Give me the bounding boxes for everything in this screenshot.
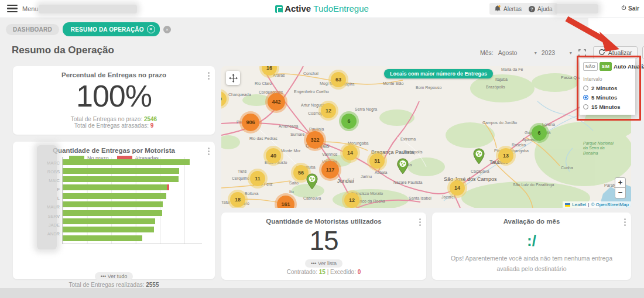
map-cluster-marker[interactable]: 40 (266, 148, 281, 163)
auto-refresh-toggle-yes[interactable]: SIM (600, 62, 612, 71)
refresh-icon (598, 49, 605, 57)
map-pin-marker[interactable] (473, 148, 485, 167)
map-town-label: Araras (273, 73, 285, 77)
map-town-label: Valinhos (322, 152, 337, 156)
driver-bar-row (63, 193, 202, 199)
rating-emoticon: :/ (432, 232, 631, 250)
drivers-used-value: 15 (221, 225, 426, 256)
kebab-menu-icon[interactable] (624, 218, 626, 226)
bell-icon (494, 5, 501, 13)
help-label: Ajuda (537, 6, 553, 12)
bar-late (167, 184, 169, 190)
leaflet-link[interactable]: Leaflet (572, 202, 586, 207)
fullscreen-icon (578, 49, 586, 57)
card-deliveries-per-driver: Quantidade de Entregas por Motorista No … (13, 142, 215, 279)
map-banner: Locais com maior número de Entregas (384, 69, 493, 78)
map-cluster-marker[interactable]: 322 (306, 131, 324, 149)
map-cluster-marker[interactable]: 31 (369, 153, 385, 169)
tab-resumo-label: RESUMO DA OPERAÇÃO (71, 26, 144, 33)
month-select[interactable]: Agosto▾ (498, 49, 537, 56)
driver-bar-row (63, 235, 202, 241)
map-zoom-control: + − (615, 177, 626, 198)
map-cluster-marker[interactable]: 442 (268, 93, 285, 111)
tab-close-extra-button[interactable]: × (163, 26, 171, 33)
kebab-menu-icon[interactable] (208, 148, 210, 155)
tab-close-icon[interactable]: × (147, 25, 155, 33)
refresh-button[interactable]: Atualizar (593, 46, 638, 59)
map-attribution: Leaflet | © OpenStreetMap (563, 201, 631, 208)
interval-option-2-minutos[interactable]: 2 Minutos (583, 85, 632, 91)
interval-option-5-minutos[interactable]: 5 Minutos (583, 94, 632, 101)
radio-icon[interactable] (583, 85, 588, 91)
logo-text-active: Active (285, 4, 311, 13)
map-town-label: Morungaba (348, 141, 368, 145)
map-town-label: Cabreúva (303, 196, 321, 200)
radio-icon[interactable] (583, 104, 588, 109)
driver-bar-row (63, 184, 202, 190)
auto-refresh-title: Auto Atualizar (614, 63, 644, 70)
late-total-label: Total de Entregas atrasadas: (74, 122, 149, 129)
alerts-button[interactable]: Alertas (489, 3, 526, 15)
tab-resumo-da-operacao[interactable]: RESUMO DA OPERAÇÃO × (63, 22, 160, 36)
map-pin-marker[interactable] (397, 158, 409, 177)
map-cluster-marker[interactable]: 18 (230, 192, 245, 207)
help-button[interactable]: ? Ajuda (524, 3, 557, 15)
exceeded-value: 0 (358, 269, 361, 275)
map-cluster-marker[interactable]: 11 (250, 171, 265, 186)
map-cluster-marker[interactable]: 906 (242, 114, 259, 131)
auto-refresh-toggle-no[interactable]: NÃO (583, 62, 598, 71)
map-cluster-marker[interactable]: 12 (321, 103, 336, 118)
logo-text-product: TudoEntregue (313, 4, 369, 13)
map-town-label: Cerquilho (232, 176, 249, 180)
map-canvas[interactable]: Parque Nacional da Serra da Bocaina Loca… (221, 66, 631, 208)
tab-dashboard[interactable]: DASHBOARD (6, 24, 59, 35)
map-cluster-marker[interactable]: 117 (321, 161, 339, 179)
map-cluster-marker[interactable]: 63 (331, 72, 346, 87)
card-drivers-used: Quantidade de Motoristas utilizados 15 •… (221, 213, 426, 280)
zoom-in-button[interactable]: + (615, 177, 626, 188)
zoom-out-button[interactable]: − (615, 188, 626, 198)
bar-on-time (63, 168, 179, 174)
fullscreen-button[interactable] (577, 47, 588, 59)
logout-button[interactable]: Sair (621, 5, 639, 12)
map-town-label: Cunha (561, 166, 573, 170)
logout-label: Sair (628, 5, 639, 12)
map-cluster-marker[interactable]: 14 (342, 145, 358, 160)
map-town-label: São Luiz do Paraitinga (513, 183, 554, 187)
card-on-time-percentage: Percentual de Entregas no prazo 100% Tot… (13, 66, 215, 135)
kebab-menu-icon[interactable] (208, 72, 210, 80)
year-select[interactable]: 2023▾ (542, 49, 572, 56)
card-month-rating: Avaliação do mês :/ Ops! Aparentemente v… (432, 213, 631, 280)
driver-bar-row (63, 210, 202, 216)
map-town-label: Engenheiro Coelho (294, 90, 329, 94)
driver-names-redacted (37, 145, 57, 249)
map-town-label: Bom Repouso (416, 85, 441, 90)
osm-link[interactable]: © OpenStreetMap (591, 202, 629, 207)
map-cluster-marker[interactable]: 6 (341, 114, 357, 129)
map-town-label: Serra Negra (355, 107, 377, 111)
see-list-button[interactable]: ••• Ver lista (305, 259, 342, 268)
map-town-label: Monte Mor (281, 149, 300, 153)
radio-icon[interactable] (583, 95, 588, 100)
user-menu-area (588, 16, 644, 34)
map-pin-marker[interactable] (306, 173, 318, 192)
map-town-label: Joanópolis (403, 150, 422, 154)
map-town-label: Roseira (512, 143, 526, 147)
map-cluster-marker[interactable]: 6 (532, 125, 547, 141)
interval-option-15-minutos[interactable]: 15 Minutos (583, 104, 632, 110)
kebab-menu-icon[interactable] (419, 218, 421, 226)
map-cluster-marker[interactable]: 13 (498, 148, 513, 163)
map-cluster-marker[interactable]: 14 (450, 180, 465, 196)
map-cluster-marker[interactable]: 12 (344, 193, 359, 208)
page-title: Resumo da Operação (12, 44, 114, 56)
driver-bar-row (63, 176, 202, 182)
interval-options: 2 Minutos5 Minutos15 Minutos (583, 85, 632, 110)
pan-control-button[interactable] (226, 71, 240, 85)
refresh-dropdown-button[interactable]: ▾ (642, 46, 644, 59)
map-town-label: Extrema (400, 137, 416, 141)
on-time-percentage-value: 100% (13, 78, 215, 114)
see-all-button[interactable]: ••• Ver tudo (95, 272, 133, 280)
map-town-label: Boituva (245, 191, 258, 196)
map-town-label: Tietê (238, 169, 246, 173)
exceeded-label: Excedido: (330, 269, 356, 275)
